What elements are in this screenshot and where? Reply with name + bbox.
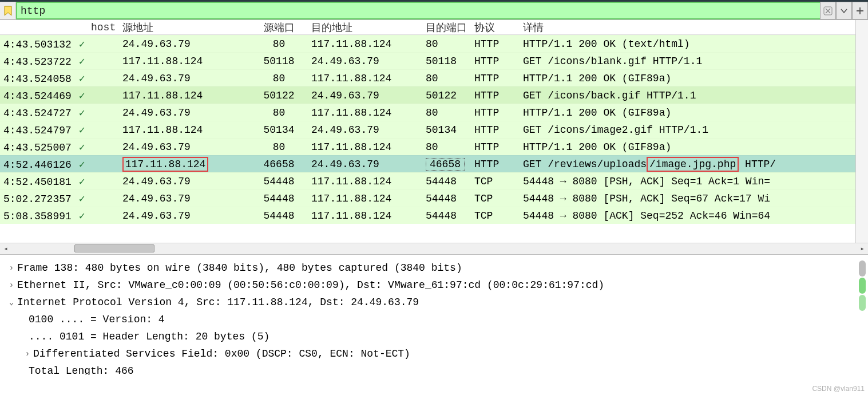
table-row[interactable]: 4:43.523722 ✓117.11.88.1245011824.49.63.… <box>0 52 868 69</box>
tree-ipv4[interactable]: ⌄Internet Protocol Version 4, Src: 117.1… <box>6 294 868 311</box>
col-source[interactable]: 源地址 <box>120 20 249 35</box>
horizontal-scrollbar[interactable]: ◂ ▸ <box>0 243 868 254</box>
vertical-scrollbar[interactable] <box>855 20 868 243</box>
packet-details-pane[interactable]: ›Frame 138: 480 bytes on wire (3840 bits… <box>0 255 868 375</box>
table-row[interactable]: 4:52.450181 ✓24.49.63.7954448117.11.88.1… <box>0 172 868 189</box>
filter-bar <box>0 2 868 20</box>
watermark-text: CSDN @vlan911 <box>812 385 865 393</box>
table-row[interactable]: 5:08.358991 ✓24.49.63.7954448117.11.88.1… <box>0 207 868 224</box>
col-dest-port[interactable]: 目的端口 <box>423 20 472 35</box>
table-row[interactable]: 5:02.272357 ✓24.49.63.7954448117.11.88.1… <box>0 189 868 207</box>
bookmark-icon[interactable] <box>0 2 16 19</box>
column-headers[interactable]: host 源地址 源端口 目的地址 目的端口 协议 详情 <box>0 20 868 35</box>
col-destination[interactable]: 目的地址 <box>309 20 423 35</box>
tree-ip-version[interactable]: 0100 .... = Version: 4 <box>6 311 868 328</box>
table-row[interactable]: 4:43.524797 ✓117.11.88.1245013424.49.63.… <box>0 121 868 138</box>
add-filter-button[interactable] <box>852 2 868 19</box>
display-filter-input[interactable] <box>16 2 820 19</box>
table-row[interactable]: 4:43.503132 ✓24.49.63.7980117.11.88.1248… <box>0 35 868 52</box>
col-time[interactable] <box>0 26 89 29</box>
col-info[interactable]: 详情 <box>521 20 868 35</box>
packet-list-pane: host 源地址 源端口 目的地址 目的端口 协议 详情 4:43.503132… <box>0 20 868 255</box>
tree-ip-dsfield[interactable]: ›Differentiated Services Field: 0x00 (DS… <box>6 345 868 362</box>
tree-ethernet[interactable]: ›Ethernet II, Src: VMware_c0:00:09 (00:5… <box>6 276 868 294</box>
tree-ip-totlen[interactable]: Total Length: 466 <box>6 362 868 375</box>
filter-dropdown-button[interactable] <box>836 2 852 19</box>
table-row[interactable]: 4:43.524469 ✓117.11.88.1245012224.49.63.… <box>0 86 868 104</box>
col-source-port[interactable]: 源端口 <box>249 20 309 35</box>
col-protocol[interactable]: 协议 <box>472 20 521 35</box>
tree-ip-hlen[interactable]: .... 0101 = Header Length: 20 bytes (5) <box>6 328 868 345</box>
table-row[interactable]: 4:43.524058 ✓24.49.63.7980117.11.88.1248… <box>0 69 868 86</box>
col-host[interactable]: host <box>89 21 120 34</box>
clear-filter-button[interactable] <box>820 2 836 19</box>
tree-frame[interactable]: ›Frame 138: 480 bytes on wire (3840 bits… <box>6 259 868 276</box>
table-row[interactable]: 4:43.525007 ✓24.49.63.7980117.11.88.1248… <box>0 138 868 155</box>
minimap-icon <box>857 259 868 312</box>
table-row[interactable]: 4:43.524727 ✓24.49.63.7980117.11.88.1248… <box>0 104 868 121</box>
table-row[interactable]: 4:52.446126 ✓117.11.88.1244665824.49.63.… <box>0 155 868 172</box>
